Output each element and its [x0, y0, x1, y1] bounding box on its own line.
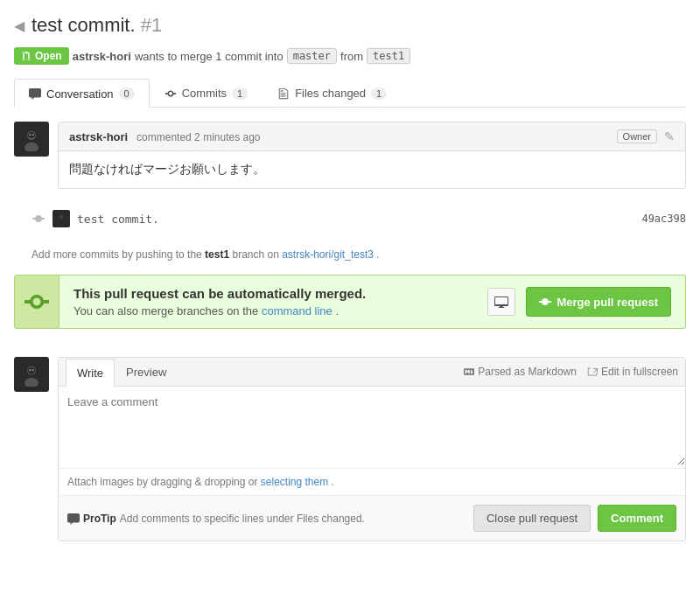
pr-meta: Open astrsk-hori wants to merge 1 commit… [14, 47, 686, 65]
avatar [14, 122, 49, 157]
protip-icon [67, 513, 80, 525]
merge-button-label: Merge pull request [556, 296, 658, 309]
merge-title: This pull request can be automatically m… [74, 286, 366, 301]
back-button[interactable]: ◀ [14, 17, 24, 34]
files-tab-label: Files changed [295, 87, 366, 100]
conversation-tab-count: 0 [119, 87, 135, 100]
files-tab-count: 1 [371, 87, 387, 100]
form-tab-actions: Parsed as Markdown Edit in fullscreen [464, 366, 678, 378]
comment-author-area: astrsk-hori commented 2 minutes ago [69, 129, 261, 143]
action-buttons: Close pull request Comment [473, 505, 676, 532]
attach-text: Attach images by dragging & dropping or [67, 476, 257, 488]
comment-actions: Owner ✎ [617, 129, 675, 143]
fullscreen-label[interactable]: Edit in fullscreen [587, 366, 678, 378]
merge-content: This pull request can be automatically m… [60, 275, 686, 329]
commit-label: test commit. [77, 213, 159, 226]
comment-author[interactable]: astrsk-hori [69, 130, 128, 143]
svg-point-8 [60, 216, 62, 219]
commits-tab-label: Commits [182, 87, 227, 100]
commit-line: test commit. 49ac398 [14, 203, 686, 234]
form-actions: ProTip Add comments to specific lines un… [59, 495, 685, 541]
merge-text: This pull request can be automatically m… [74, 286, 477, 317]
commits-icon [164, 87, 177, 100]
write-tab[interactable]: Write [66, 359, 115, 387]
merge-icon [21, 51, 32, 61]
merge-icon-box [14, 275, 60, 329]
comment-header: astrsk-hori commented 2 minutes ago Owne… [59, 122, 685, 151]
svg-point-15 [29, 369, 31, 371]
svg-point-9 [60, 217, 61, 218]
avatar-image [19, 127, 44, 151]
merge-pull-request-button[interactable]: Merge pull request [526, 287, 671, 317]
tabs-bar: Conversation 0 Commits 1 Files changed 1 [14, 79, 686, 108]
pr-meta-text: wants to merge 1 commit into [135, 50, 284, 63]
info-middle: branch on [232, 248, 278, 261]
info-suffix: . [376, 248, 379, 261]
selecting-link[interactable]: selecting them [261, 476, 328, 488]
merge-section: This pull request can be automatically m… [14, 275, 686, 329]
info-repo-link[interactable]: astrsk-hori/git_test3 [282, 248, 374, 261]
comment-block: astrsk-hori commented 2 minutes ago Owne… [14, 122, 686, 189]
tab-conversation[interactable]: Conversation 0 [14, 79, 150, 108]
monitor-icon-button[interactable] [487, 288, 515, 316]
from-text: from [340, 50, 363, 63]
markdown-icon [464, 366, 474, 377]
close-pull-request-button[interactable]: Close pull request [473, 505, 591, 532]
open-label: Open [35, 50, 62, 62]
preview-tab[interactable]: Preview [115, 358, 178, 386]
markdown-label: Parsed as Markdown [464, 366, 577, 378]
svg-point-16 [32, 369, 34, 371]
svg-point-5 [32, 134, 34, 136]
svg-point-10 [61, 217, 62, 218]
comment-form-block: Write Preview Parsed as Markdown Edit in… [14, 357, 686, 541]
comment-btn-label: Comment [611, 512, 663, 525]
merge-link-suffix: . [335, 304, 339, 317]
conversation-tab-label: Conversation [46, 87, 114, 101]
protip-text: Add comments to specific lines under Fil… [120, 513, 365, 525]
commit-avatar-image [55, 213, 67, 225]
fullscreen-text: Edit in fullscreen [601, 366, 678, 378]
comment-container: astrsk-hori commented 2 minutes ago Owne… [58, 122, 686, 189]
edit-icon[interactable]: ✎ [664, 129, 675, 143]
write-tab-label: Write [77, 366, 103, 380]
commit-avatar [52, 210, 70, 227]
comment-form-box: Write Preview Parsed as Markdown Edit in… [58, 357, 686, 541]
attach-footer: Attach images by dragging & dropping or … [59, 468, 685, 495]
merge-git-icon [24, 288, 49, 316]
comment-text: 問題なければマージお願いします。 [69, 162, 265, 176]
info-branch: test1 [205, 248, 229, 261]
tab-files-changed[interactable]: Files changed 1 [262, 79, 402, 107]
owner-badge: Owner [617, 129, 657, 143]
info-line: Add more commits by pushing to the test1… [32, 248, 686, 261]
tab-commits[interactable]: Commits 1 [150, 79, 262, 107]
form-tabs: Write Preview Parsed as Markdown Edit in… [59, 358, 685, 387]
commit-sha[interactable]: 49ac398 [641, 213, 686, 225]
protip: ProTip Add comments to specific lines un… [67, 513, 365, 525]
protip-label: ProTip [83, 513, 116, 525]
pr-title: test commit. #1 [32, 14, 162, 37]
merge-button-icon [539, 295, 551, 309]
commenter-avatar-image [19, 362, 44, 387]
preview-tab-label: Preview [126, 366, 166, 379]
svg-point-3 [28, 132, 35, 139]
comment-time: commented 2 minutes ago [136, 131, 260, 143]
svg-point-4 [29, 134, 31, 136]
files-icon [277, 87, 290, 100]
conversation-icon [29, 87, 41, 100]
command-line-link[interactable]: command line [262, 304, 332, 317]
close-btn-label: Close pull request [486, 512, 578, 525]
fullscreen-icon [587, 366, 598, 377]
source-branch-tag[interactable]: test1 [367, 48, 410, 64]
comment-body: 問題なければマージお願いします。 [59, 151, 685, 188]
commenter-avatar [14, 357, 49, 392]
pr-author: astrsk-hori [73, 50, 131, 63]
monitor-icon [494, 295, 508, 309]
commit-merge-icon [32, 212, 46, 226]
svg-point-14 [28, 367, 35, 374]
markdown-text: Parsed as Markdown [478, 366, 577, 378]
target-branch-tag[interactable]: master [287, 48, 337, 64]
comment-textarea[interactable] [59, 387, 685, 465]
comment-button[interactable]: Comment [598, 505, 676, 532]
attach-suffix: . [332, 476, 334, 488]
timeline: astrsk-hori commented 2 minutes ago Owne… [14, 122, 686, 555]
